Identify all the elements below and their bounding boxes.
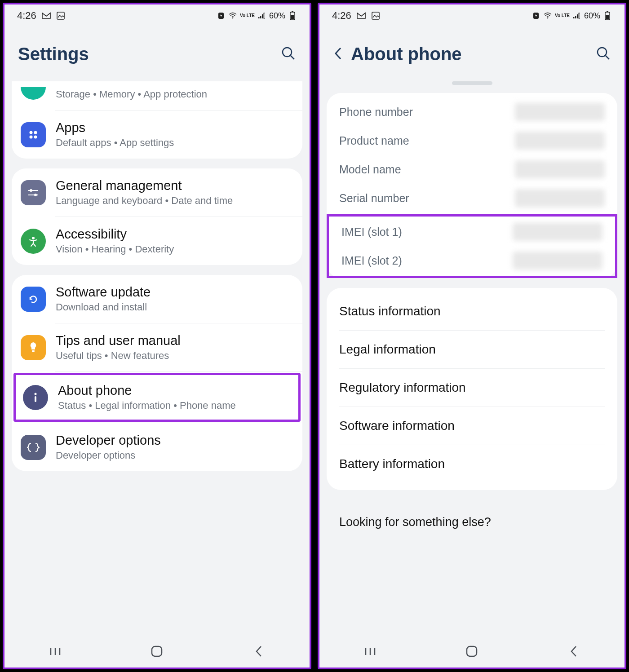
svg-rect-34 bbox=[579, 13, 580, 18]
battery-icon bbox=[603, 11, 612, 20]
drag-handle[interactable] bbox=[452, 81, 492, 85]
svg-rect-6 bbox=[264, 13, 265, 18]
gmail-icon bbox=[42, 11, 51, 20]
navigation-bar bbox=[4, 635, 310, 668]
svg-rect-27 bbox=[152, 646, 162, 656]
row-accessibility[interactable]: Accessibility Vision • Hearing • Dexteri… bbox=[12, 217, 302, 265]
page-title: Settings bbox=[18, 44, 281, 64]
blurred-value bbox=[515, 160, 605, 178]
svg-point-22 bbox=[35, 393, 37, 395]
blurred-value bbox=[513, 252, 602, 270]
card-device-care: Storage • Memory • App protection Apps D… bbox=[12, 81, 302, 159]
navigation-bar bbox=[319, 635, 625, 668]
svg-point-17 bbox=[30, 189, 32, 192]
row-dev-sub: Developer options bbox=[56, 450, 293, 461]
volte-icon: Vo LTE bbox=[555, 13, 570, 18]
svg-rect-31 bbox=[573, 17, 575, 18]
page-title: About phone bbox=[351, 44, 596, 64]
svg-rect-8 bbox=[291, 15, 294, 19]
svg-rect-9 bbox=[292, 11, 293, 12]
svg-rect-23 bbox=[35, 396, 36, 402]
signal-icon bbox=[572, 11, 581, 20]
row-product-name[interactable]: Product name bbox=[327, 126, 617, 155]
row-developer-options[interactable]: Developer options Developer options bbox=[12, 423, 302, 471]
svg-point-14 bbox=[30, 135, 33, 138]
row-imei-slot2[interactable]: IMEI (slot 2) bbox=[329, 246, 615, 275]
nav-recent[interactable] bbox=[361, 642, 379, 660]
row-apps-sub: Default apps • App settings bbox=[56, 137, 293, 149]
information-links-card: Status information Legal information Reg… bbox=[327, 288, 617, 490]
settings-screen: 4:26 Vo LTE 60% Settings Storage • Memor… bbox=[3, 3, 311, 669]
nav-back[interactable] bbox=[250, 642, 268, 660]
battery-saver-icon bbox=[532, 11, 540, 20]
nav-recent[interactable] bbox=[46, 642, 64, 660]
row-imei-slot1[interactable]: IMEI (slot 1) bbox=[329, 217, 615, 246]
row-software-title: Software update bbox=[56, 285, 293, 300]
svg-point-2 bbox=[232, 18, 233, 18]
row-phone-number[interactable]: Phone number bbox=[327, 97, 617, 126]
sliders-icon bbox=[21, 180, 46, 205]
svg-rect-43 bbox=[467, 646, 477, 656]
row-tips[interactable]: Tips and user manual Useful tips • New f… bbox=[12, 323, 302, 371]
nav-home[interactable] bbox=[463, 642, 481, 660]
device-info-card: Phone number Product name Model name Ser… bbox=[327, 93, 617, 278]
svg-rect-36 bbox=[606, 15, 609, 19]
braces-icon bbox=[21, 435, 46, 460]
row-apps-title: Apps bbox=[56, 120, 293, 135]
row-storage[interactable]: Storage • Memory • App protection bbox=[12, 81, 302, 110]
svg-rect-21 bbox=[32, 350, 35, 352]
svg-line-11 bbox=[291, 56, 294, 59]
status-time: 4:26 bbox=[17, 10, 36, 22]
row-model-name[interactable]: Model name bbox=[327, 155, 617, 184]
svg-rect-37 bbox=[607, 11, 608, 12]
row-general-sub: Language and keyboard • Date and time bbox=[56, 195, 293, 207]
svg-point-13 bbox=[34, 131, 37, 134]
row-about-phone[interactable]: About phone Status • Legal information •… bbox=[13, 373, 301, 422]
row-dev-title: Developer options bbox=[56, 433, 293, 448]
imei-highlight: IMEI (slot 1) IMEI (slot 2) bbox=[327, 214, 617, 278]
svg-line-39 bbox=[606, 56, 609, 59]
row-apps[interactable]: Apps Default apps • App settings bbox=[12, 111, 302, 159]
shield-icon bbox=[21, 87, 46, 100]
row-tips-title: Tips and user manual bbox=[56, 333, 293, 348]
status-bar: 4:26 Vo LTE 60% bbox=[319, 4, 625, 27]
row-battery-information[interactable]: Battery information bbox=[327, 445, 617, 483]
row-status-information[interactable]: Status information bbox=[327, 292, 617, 330]
row-software-information[interactable]: Software information bbox=[327, 407, 617, 445]
svg-rect-3 bbox=[258, 17, 260, 18]
svg-point-15 bbox=[34, 135, 37, 138]
about-phone-screen: 4:26 Vo LTE 60% About phone Phone number… bbox=[318, 3, 626, 669]
nav-home[interactable] bbox=[148, 642, 166, 660]
row-accessibility-sub: Vision • Hearing • Dexterity bbox=[56, 243, 293, 255]
info-icon bbox=[23, 385, 48, 410]
status-bar: 4:26 Vo LTE 60% bbox=[4, 4, 310, 27]
blurred-value bbox=[515, 189, 605, 207]
card-general: General management Language and keyboard… bbox=[12, 168, 302, 265]
svg-point-20 bbox=[32, 237, 35, 239]
row-accessibility-title: Accessibility bbox=[56, 227, 293, 242]
row-general-management[interactable]: General management Language and keyboard… bbox=[12, 168, 302, 217]
row-software-update[interactable]: Software update Download and install bbox=[12, 275, 302, 323]
back-button[interactable] bbox=[333, 46, 351, 63]
looking-for-something[interactable]: Looking for something else? bbox=[327, 500, 617, 533]
svg-point-38 bbox=[598, 48, 607, 57]
row-general-title: General management bbox=[56, 178, 293, 193]
gmail-icon bbox=[357, 11, 366, 20]
blurred-value bbox=[515, 132, 605, 150]
svg-point-19 bbox=[34, 194, 37, 196]
row-tips-sub: Useful tips • New features bbox=[56, 350, 293, 362]
settings-header: Settings bbox=[4, 27, 310, 81]
row-legal-information[interactable]: Legal information bbox=[327, 331, 617, 368]
svg-rect-4 bbox=[260, 16, 261, 18]
search-button[interactable] bbox=[281, 46, 296, 63]
svg-point-10 bbox=[283, 48, 292, 57]
card-system: Software update Download and install Tip… bbox=[12, 275, 302, 471]
row-serial-number[interactable]: Serial number bbox=[327, 184, 617, 212]
row-regulatory-information[interactable]: Regulatory information bbox=[327, 369, 617, 407]
svg-point-30 bbox=[547, 18, 548, 18]
nav-back[interactable] bbox=[565, 642, 583, 660]
wifi-icon bbox=[543, 11, 552, 20]
search-button[interactable] bbox=[596, 46, 611, 63]
blurred-value bbox=[513, 223, 602, 241]
volte-icon: Vo LTE bbox=[240, 13, 255, 18]
